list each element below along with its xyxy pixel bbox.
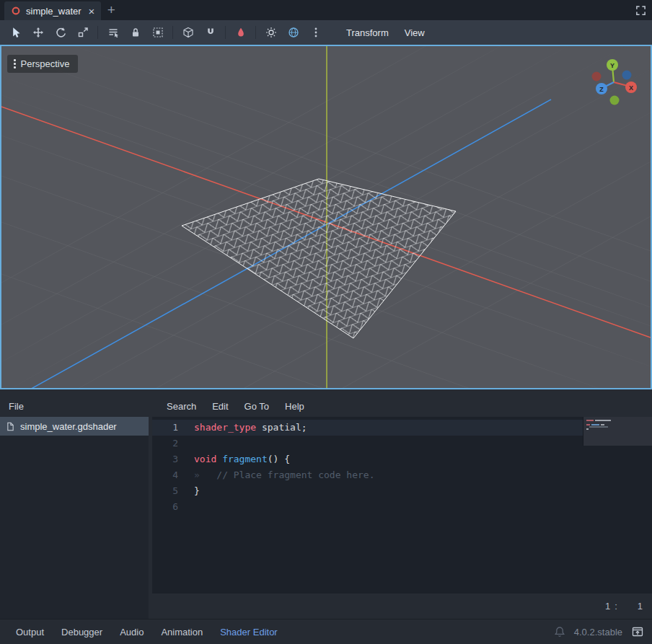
rotate-tool-button[interactable]: [49, 23, 71, 42]
dots-vertical-icon: [12, 59, 18, 69]
code-line[interactable]: 4 » // Place fragment code here.: [152, 467, 652, 483]
code-editor[interactable]: 1 shader_type spatial; 2 3 void fragment…: [152, 417, 652, 594]
minimap-viewport: [583, 417, 652, 446]
editor-menu-bar: Search Edit Go To Help: [152, 395, 652, 417]
gizmo-y-label: Y: [610, 62, 614, 69]
expand-bottom-panel-icon[interactable]: [632, 626, 643, 638]
file-list-item[interactable]: simple_water.gdshader: [0, 417, 149, 436]
code-minimap[interactable]: [583, 417, 652, 446]
shader-file-list[interactable]: simple_water.gdshader: [0, 417, 149, 619]
select-cursor-icon: [10, 27, 22, 38]
toolbar-separator: [255, 26, 256, 39]
view-menu[interactable]: View: [397, 23, 433, 42]
viewport-3d[interactable]: Perspective Y X Z: [0, 45, 652, 389]
shader-code-panel: Search Edit Go To Help 1 shader_type spa…: [152, 395, 652, 619]
lock-icon: [130, 27, 141, 38]
paint-button[interactable]: [229, 23, 252, 42]
scene-tab-bar: simple_water × +: [0, 0, 652, 20]
line-number: 4: [152, 467, 178, 483]
code-line[interactable]: 3 void fragment() {: [152, 451, 652, 467]
move-tool-button[interactable]: [27, 23, 49, 42]
code-line[interactable]: 5 }: [152, 483, 652, 499]
lock-button[interactable]: [124, 23, 146, 42]
shader-editor-panel: File simple_water.gdshader Search Edit G…: [0, 389, 652, 619]
gizmo-axis-neg-x: [592, 72, 602, 81]
toolbar-separator: [172, 26, 173, 39]
transform-menu[interactable]: Transform: [338, 23, 397, 42]
code-line[interactable]: 2: [152, 436, 652, 451]
toolbar-separator: [97, 26, 98, 39]
selection-list-icon: [107, 27, 119, 38]
preview-environment-button[interactable]: [282, 23, 304, 42]
dock-tab-audio[interactable]: Audio: [111, 627, 152, 638]
toolbar-separator: [225, 26, 226, 39]
code-line[interactable]: 6: [152, 499, 652, 515]
viewport-canvas: [1, 46, 651, 388]
orientation-gizmo[interactable]: Y X Z: [583, 56, 643, 117]
snap-button[interactable]: [199, 23, 221, 42]
cube-icon: [182, 27, 194, 38]
caret-position: 1 : 1: [152, 594, 652, 619]
fullscreen-icon[interactable]: [635, 5, 646, 16]
file-icon: [6, 421, 15, 432]
caret-separator: :: [614, 601, 617, 612]
line-number: 3: [152, 451, 178, 467]
dock-tab-debugger[interactable]: Debugger: [53, 627, 111, 638]
scene-tab[interactable]: simple_water ×: [4, 1, 101, 20]
gizmo-x-label: X: [629, 84, 633, 92]
line-number: 1: [152, 420, 178, 436]
group-icon: [152, 27, 164, 38]
line-number: 2: [152, 436, 178, 451]
help-menu[interactable]: Help: [277, 401, 312, 412]
gizmo-axis-neg-z: [622, 71, 632, 80]
rotate-icon: [55, 27, 66, 38]
edit-menu[interactable]: Edit: [204, 401, 236, 412]
mesh-button[interactable]: [177, 23, 199, 42]
add-scene-button[interactable]: +: [101, 0, 121, 20]
gizmo-z-label: Z: [599, 86, 604, 93]
sun-icon: [265, 27, 277, 38]
search-menu[interactable]: Search: [159, 401, 204, 412]
line-number: 6: [152, 499, 178, 515]
perspective-label: Perspective: [21, 58, 70, 69]
selection-list-button[interactable]: [102, 23, 124, 42]
dock-tab-shader-editor[interactable]: Shader Editor: [211, 627, 286, 638]
gizmo-axis-neg-y: [610, 96, 620, 105]
file-menu[interactable]: File: [9, 401, 32, 412]
spatial-editor-toolbar: Transform View: [0, 20, 652, 45]
dock-tab-output[interactable]: Output: [7, 627, 53, 638]
code-text: [178, 436, 194, 451]
move-icon: [32, 27, 44, 38]
godot-scene-icon: [11, 6, 21, 16]
goto-menu[interactable]: Go To: [237, 401, 277, 412]
code-text: void fragment() {: [178, 451, 290, 467]
group-button[interactable]: [146, 23, 169, 42]
line-number: 5: [152, 483, 178, 499]
code-text: }: [178, 483, 200, 499]
code-text: [178, 499, 194, 515]
code-text: » // Place fragment code here.: [178, 467, 374, 483]
scene-tab-label: simple_water: [26, 6, 82, 17]
dots-vertical-icon: [310, 27, 322, 38]
indent-marker: »: [194, 469, 216, 480]
extra-options-button[interactable]: [304, 23, 327, 42]
version-label: 4.0.2.stable: [574, 627, 622, 638]
select-tool-button[interactable]: [4, 23, 27, 42]
caret-column: 1: [638, 601, 643, 612]
water-mesh-wireframe: [182, 179, 456, 338]
magnet-icon: [205, 27, 216, 38]
perspective-button[interactable]: Perspective: [7, 55, 78, 73]
bottom-dock-bar: Output Debugger Audio Animation Shader E…: [0, 619, 652, 644]
preview-sun-button[interactable]: [260, 23, 282, 42]
shader-file-panel: File simple_water.gdshader: [0, 395, 149, 619]
caret-line: 1: [605, 601, 610, 612]
scale-icon: [77, 27, 89, 38]
code-line[interactable]: 1 shader_type spatial;: [152, 420, 652, 436]
paint-drop-icon: [235, 27, 247, 38]
globe-icon: [288, 27, 299, 38]
close-tab-icon[interactable]: ×: [89, 6, 95, 17]
file-name: simple_water.gdshader: [20, 421, 117, 432]
dock-tab-animation[interactable]: Animation: [152, 627, 211, 638]
scale-tool-button[interactable]: [71, 23, 94, 42]
notifications-bell-icon[interactable]: [555, 626, 565, 638]
